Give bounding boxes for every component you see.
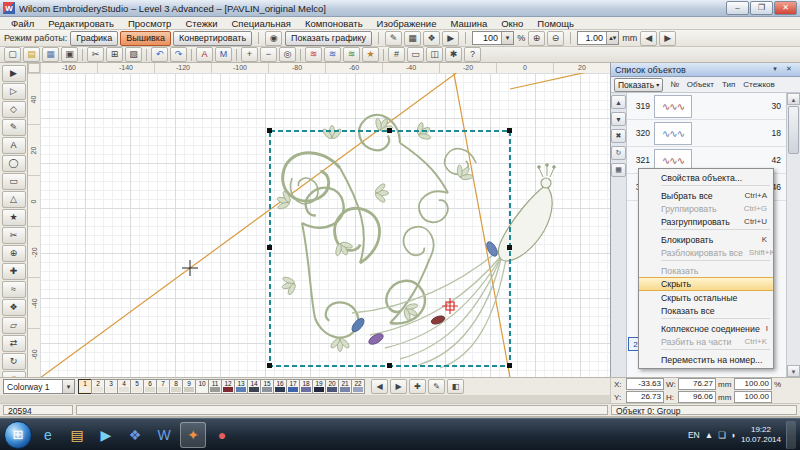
ruler-toggle-icon[interactable]: ▭ xyxy=(407,47,424,62)
fabric-icon[interactable]: ▦ xyxy=(404,31,421,46)
toolbar-separator[interactable] xyxy=(236,49,237,61)
menu-item[interactable]: Просмотр xyxy=(121,18,178,29)
add-color-icon[interactable]: ✚ xyxy=(409,379,426,394)
stitch-green-icon[interactable]: ≋ xyxy=(343,47,360,62)
context-menu-item[interactable]: Разгруппировать Ctrl+U xyxy=(639,215,773,228)
rectangle-tool-icon[interactable]: ▭ xyxy=(2,173,26,190)
word-icon[interactable]: W xyxy=(151,422,177,448)
star-tool-icon[interactable]: ★ xyxy=(2,209,26,226)
context-menu-item[interactable]: Свойства объекта... xyxy=(639,171,773,184)
menu-item[interactable]: Редактировать xyxy=(41,18,121,29)
menu-item[interactable]: Изображение xyxy=(370,18,444,29)
context-menu-item[interactable]: Показать все xyxy=(639,304,773,317)
context-menu-item[interactable]: Скрыть xyxy=(639,277,773,291)
print-icon[interactable]: ▣ xyxy=(61,47,78,62)
menu-item[interactable]: Окно xyxy=(494,18,530,29)
cut-icon[interactable]: ✂ xyxy=(87,47,104,62)
redo-icon[interactable]: ↷ xyxy=(170,47,187,62)
scrollbar-thumb[interactable] xyxy=(788,106,799,154)
pencil-icon[interactable]: ✎ xyxy=(385,31,402,46)
triangle-tool-icon[interactable]: △ xyxy=(2,191,26,208)
app-blue-icon[interactable]: ❖ xyxy=(122,422,148,448)
menu-item[interactable]: Машина xyxy=(443,18,494,29)
context-menu-item[interactable]: Разблокировать все Shift+K xyxy=(639,246,773,259)
color-swatch[interactable]: 1 xyxy=(78,379,92,394)
design-canvas[interactable] xyxy=(40,73,610,377)
internet-explorer-icon[interactable]: e xyxy=(35,422,61,448)
prev-object-icon[interactable]: ◀ xyxy=(640,31,657,46)
pin-icon[interactable]: ▾ xyxy=(768,63,782,76)
grid-toggle-icon[interactable]: # xyxy=(388,47,405,62)
context-menu-item[interactable]: Блокировать K xyxy=(639,233,773,246)
zoom-out-icon[interactable]: ⊖ xyxy=(547,31,564,46)
color-swatch[interactable]: 15 xyxy=(260,379,274,394)
help-icon[interactable]: ? xyxy=(464,47,481,62)
panel-scrollbar[interactable]: ▲ ▼ xyxy=(786,93,800,377)
menu-item[interactable]: Файл xyxy=(4,18,41,29)
color-swatch[interactable]: 21 xyxy=(338,379,352,394)
show-graphics-button[interactable]: Показать графику xyxy=(285,31,372,46)
colorway-select[interactable]: Colorway 1 ▾ xyxy=(3,379,75,394)
color-swatch[interactable]: 18 xyxy=(299,379,313,394)
zoom-select[interactable]: 100 ▾ xyxy=(472,31,514,45)
color-swatch[interactable]: 20 xyxy=(325,379,339,394)
color-swatch[interactable]: 13 xyxy=(234,379,248,394)
mode-convert-button[interactable]: Конвертировать xyxy=(173,31,252,46)
toolbar-separator[interactable] xyxy=(383,49,384,61)
thread-colors-icon[interactable]: ❖ xyxy=(423,31,440,46)
context-menu-item[interactable] xyxy=(661,185,770,188)
color-swatch[interactable]: 5 xyxy=(130,379,144,394)
media-player-icon[interactable]: ▶ xyxy=(93,422,119,448)
selection-handles[interactable] xyxy=(267,128,512,368)
color-swatch[interactable]: 8 xyxy=(169,379,183,394)
rotate-tool-icon[interactable]: ↻ xyxy=(2,353,26,370)
start-button[interactable]: ⊞ xyxy=(4,421,32,449)
mix-color-icon[interactable]: ◧ xyxy=(447,379,464,394)
network-icon[interactable]: ◗ xyxy=(731,430,736,440)
save-design-icon[interactable]: ▦ xyxy=(42,47,59,62)
toolbar-separator[interactable] xyxy=(146,49,147,61)
color-swatch[interactable]: 17 xyxy=(286,379,300,394)
new-design-icon[interactable]: ▢ xyxy=(4,47,21,62)
move-down-icon[interactable]: ▼ xyxy=(611,112,626,126)
color-swatch[interactable]: 19 xyxy=(312,379,326,394)
open-design-icon[interactable]: ▤ xyxy=(23,47,40,62)
toolbar-separator[interactable] xyxy=(191,49,192,61)
context-menu-item[interactable]: Разбить на части Ctrl+K xyxy=(639,335,773,348)
star-stitch-icon[interactable]: ★ xyxy=(362,47,379,62)
panel-close-icon[interactable]: ✕ xyxy=(782,63,796,76)
color-swatch[interactable]: 3 xyxy=(104,379,118,394)
minimize-button[interactable]: – xyxy=(726,1,749,15)
x-field[interactable]: -33.63 xyxy=(626,378,664,390)
h-scale-field[interactable]: 100.00 xyxy=(734,391,772,403)
delete-object-icon[interactable]: ✖ xyxy=(611,129,626,143)
stitch-player-icon[interactable]: ▶ xyxy=(442,31,459,46)
w-scale-field[interactable]: 100.00 xyxy=(734,378,772,390)
prev-color-icon[interactable]: ◀ xyxy=(371,379,388,394)
context-menu-item[interactable]: Скрыть остальные xyxy=(639,291,773,304)
select-tool-icon[interactable]: ▶ xyxy=(2,65,26,82)
context-menu-item[interactable] xyxy=(661,260,770,263)
scroll-up-icon[interactable]: ▲ xyxy=(787,93,800,105)
fill-tool-icon[interactable]: ❖ xyxy=(2,299,26,316)
overlap-icon[interactable]: ◫ xyxy=(426,47,443,62)
ellipse-tool-icon[interactable]: ◯ xyxy=(2,155,26,172)
color-swatch[interactable]: 7 xyxy=(156,379,170,394)
context-menu-item[interactable] xyxy=(661,318,770,321)
zoom-out-icon[interactable]: − xyxy=(260,47,277,62)
paste-icon[interactable]: ▨ xyxy=(125,47,142,62)
context-menu-item[interactable]: Показать xyxy=(639,264,773,277)
undo-icon[interactable]: ↶ xyxy=(151,47,168,62)
object-row[interactable]: 319 ∿∿∿ 30 xyxy=(627,93,786,120)
menu-item[interactable]: Специальная xyxy=(224,18,298,29)
scroll-down-icon[interactable]: ▼ xyxy=(787,365,800,377)
zoom-in-icon[interactable]: ⊕ xyxy=(528,31,545,46)
mode-embroidery-button[interactable]: Вышивка xyxy=(120,31,171,46)
context-menu-item[interactable] xyxy=(661,229,770,232)
color-swatch[interactable]: 11 xyxy=(208,379,222,394)
hoop-icon[interactable]: ◉ xyxy=(265,31,282,46)
h-field[interactable]: 96.06 xyxy=(678,391,716,403)
knife-tool-icon[interactable]: ✂ xyxy=(2,227,26,244)
color-swatch[interactable]: 16 xyxy=(273,379,287,394)
close-button[interactable]: ✕ xyxy=(774,1,797,15)
